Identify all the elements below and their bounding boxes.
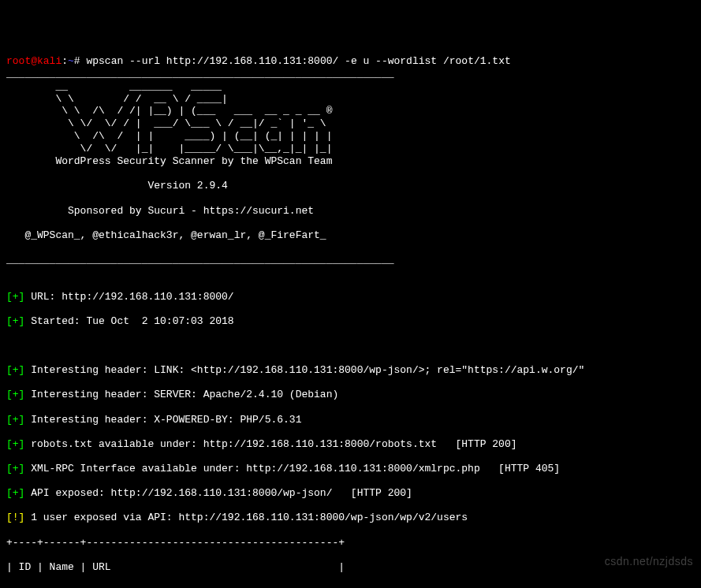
text: robots.txt available under: http://192.1… [24, 438, 516, 450]
output-api: [+] API exposed: http://192.168.110.131:… [6, 487, 695, 500]
terminal-prompt[interactable]: root@kali:~# wpscan --url http://192.168… [6, 55, 511, 67]
plus-tag: [+] [6, 389, 24, 400]
plus-tag: [+] [6, 364, 24, 376]
plus-tag: [+] [6, 487, 24, 499]
path: ~ [68, 55, 74, 67]
banner-line-1: WordPress Security Scanner by the WPScan… [6, 155, 695, 168]
blank [6, 340, 695, 352]
divider-top: ________________________________________… [6, 68, 393, 80]
plus-tag: [+] [6, 414, 24, 426]
output-header-server: [+] Interesting header: SERVER: Apache/2… [6, 389, 695, 401]
banner-line-3: Sponsored by Sucuri - https://sucuri.net [6, 205, 695, 218]
text: Started: Tue Oct 2 10:07:03 2018 [24, 315, 233, 327]
blank [6, 266, 695, 279]
banner-line-2: Version 2.9.4 [6, 180, 695, 192]
watermark: csdn.net/nzjdsds [605, 555, 693, 568]
plus-tag: [+] [6, 291, 24, 303]
command-text: wpscan --url http://192.168.110.131:8000… [86, 55, 510, 67]
text: URL: http://192.168.110.131:8000/ [24, 291, 233, 303]
wpscan-ascii-logo: __ _______ _____ \ \ / / __ \ / ____| \ … [6, 80, 332, 155]
banner-line-4: @_WPScan_, @ethicalhack3r, @erwan_lr, @_… [6, 229, 695, 242]
divider-bottom: ________________________________________… [6, 254, 393, 266]
output-header-link: [+] Interesting header: LINK: <http://19… [6, 364, 695, 377]
separator: : [62, 55, 68, 67]
text: 1 user exposed via API: http://192.168.1… [24, 512, 468, 523]
text: Interesting header: SERVER: Apache/2.4.1… [24, 389, 338, 400]
plus-tag: [+] [6, 438, 24, 450]
hash: # [74, 55, 87, 67]
user-host: root@kali [6, 55, 62, 67]
table1-header: | ID | Name | URL | [6, 561, 695, 574]
text: Interesting header: LINK: <http://192.16… [24, 364, 584, 376]
output-url: [+] URL: http://192.168.110.131:8000/ [6, 291, 695, 303]
text: XML-RPC Interface available under: http:… [24, 463, 560, 474]
text: Interesting header: X-POWERED-BY: PHP/5.… [24, 414, 301, 426]
output-header-xpowered: [+] Interesting header: X-POWERED-BY: PH… [6, 414, 695, 426]
output-robots: [+] robots.txt available under: http://1… [6, 438, 695, 451]
output-xmlrpc: [+] XML-RPC Interface available under: h… [6, 463, 695, 475]
text: API exposed: http://192.168.110.131:8000… [24, 487, 412, 499]
output-user-exposed: [!] 1 user exposed via API: http://192.1… [6, 512, 695, 524]
output-started: [+] Started: Tue Oct 2 10:07:03 2018 [6, 315, 695, 328]
table1-border-top: +----+------+---------------------------… [6, 537, 695, 549]
plus-tag: [+] [6, 315, 24, 327]
plus-tag: [+] [6, 463, 24, 474]
bang-tag: [!] [6, 512, 24, 523]
